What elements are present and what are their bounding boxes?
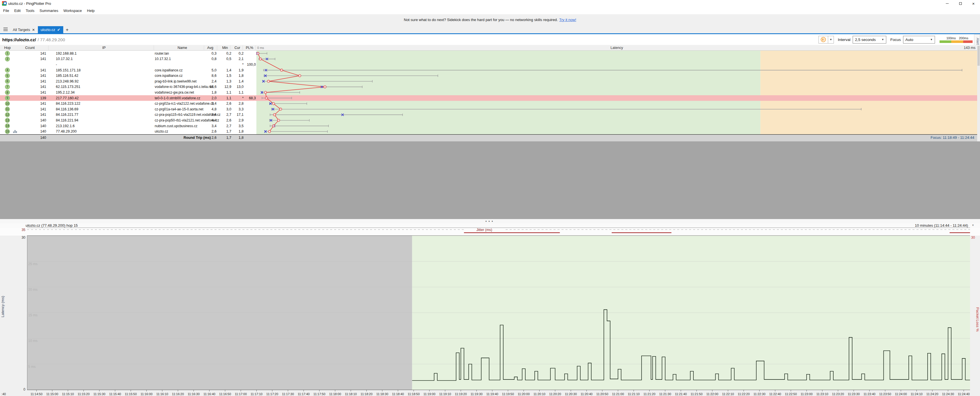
menu-edit[interactable]: Edit	[12, 7, 23, 14]
pause-menu-button[interactable]: ▼	[828, 36, 834, 44]
time-tick-label: 11:20:10	[533, 392, 545, 396]
time-tick-label: 11:18:20	[361, 392, 372, 396]
avg-latency-marker	[273, 114, 275, 116]
pause-button[interactable]	[818, 36, 828, 44]
menu-tools[interactable]: Tools	[23, 7, 37, 14]
cell-count: 141	[40, 90, 46, 95]
latency-scale-max: 143 ms	[964, 46, 975, 50]
pane-splitter[interactable]: ●●●	[0, 219, 980, 223]
table-row[interactable]: 1114184.116.136.69cz-prg01a-ra4-ae-15-0.…	[5, 107, 243, 111]
avg-latency-marker	[264, 91, 267, 93]
focus-select[interactable]: Auto▼	[903, 36, 935, 44]
round-trip-label: Round Trip (ms)	[183, 136, 211, 140]
table-row[interactable]: 1514077.48.29.200ulozto.cz2,61,71,8	[5, 129, 243, 134]
close-tab-icon[interactable]: ✕	[32, 28, 35, 32]
maximize-button[interactable]	[954, 0, 967, 7]
cell-ip: 217.77.160.42	[56, 96, 79, 100]
table-row[interactable]: 714162.115.173.251vodafone-ic-367436-pra…	[5, 84, 243, 89]
column-header-name[interactable]: Name	[178, 46, 187, 50]
time-tick-label: 11:24:20	[926, 392, 939, 396]
latency-axis-label: Latency (ms)	[0, 296, 6, 317]
cell-min: 1,3	[226, 79, 231, 83]
target-ip: / 77.48.29.200	[38, 37, 65, 42]
y2-axis-max-label: 30	[971, 236, 975, 239]
table-row[interactable]: 1141192.168.88.1router.lan0,30,20,2	[5, 51, 243, 56]
timeline-header: ulozto.cz (77.48.29.200) hop 15 10 minut…	[0, 223, 980, 228]
column-header-pl%[interactable]: PL%	[246, 46, 253, 50]
time-tick-label: 11:16:40	[204, 392, 215, 396]
chevron-down-icon[interactable]: ▾	[972, 223, 974, 227]
column-header-min[interactable]: Min	[222, 46, 228, 50]
close-button[interactable]: ×	[967, 0, 980, 7]
hop-number: 7	[6, 85, 8, 89]
timeline-title: ulozto.cz (77.48.29.200) hop 15	[25, 223, 78, 228]
cell-count: 140	[40, 124, 46, 128]
time-tick-label: 11:15:50	[125, 392, 137, 396]
column-header-ip[interactable]: IP	[102, 46, 106, 50]
timeline-range-label[interactable]: 10 minutes (11:14:44 - 11:24:44)	[915, 223, 968, 228]
cell-ip: 10.17.32.1	[56, 57, 73, 61]
cell-count: 139	[40, 96, 46, 100]
cell-name: te0-0-1-0.strnb00.vodafone.cz	[155, 96, 200, 100]
table-row[interactable]: 1314084.116.221.94cz-pra-pop50-rb1-vla21…	[5, 118, 243, 123]
cell-ip: 77.48.29.200	[56, 130, 76, 133]
cell-ip: 213.192.1.6	[56, 124, 75, 128]
table-row[interactable]: 4141185.151.171.18core.ispalliance.cz5,0…	[5, 68, 243, 73]
table-row[interactable]: 6141213.248.96.92prag-b3-link.ip.twelve9…	[5, 79, 243, 84]
avg-latency-marker	[257, 52, 259, 55]
round-trip-cur: 1,8	[239, 136, 243, 140]
time-tick-label: 11:22:50	[785, 392, 797, 396]
tab-all-targets[interactable]: All Targets ✕	[10, 26, 38, 33]
hop-number: 4	[6, 68, 8, 72]
scrollbar-thumb[interactable]	[977, 46, 980, 66]
splitter-handle-dots[interactable]: ●●●	[485, 220, 495, 222]
menu-file[interactable]: File	[0, 7, 12, 14]
cell-min: 1,4	[226, 68, 231, 72]
cell-count: 141	[40, 57, 46, 61]
new-tab-button[interactable]: +	[63, 27, 71, 33]
time-tick-label: 11:17:50	[313, 392, 325, 396]
tab-ulozto[interactable]: ulozto.cz ✔	[38, 26, 63, 33]
tab-list-menu-icon[interactable]	[3, 28, 8, 31]
time-tick-label: 11:15:40	[109, 392, 121, 396]
time-tick-label: 11:17:40	[298, 392, 310, 396]
latency-zone-normal	[256, 51, 760, 134]
cell-count: 141	[40, 74, 46, 78]
cell-avg: 3,6	[212, 112, 216, 117]
menu-summaries[interactable]: Summaries	[37, 7, 61, 14]
timeline-graph-svg[interactable]: Jitter (ms)355 ms10 ms15 ms20 ms25 ms300…	[0, 228, 980, 396]
latency-scale-min: 0 ms	[257, 46, 264, 49]
gridline-label: 10 ms	[28, 339, 38, 343]
time-tick-label: 11:15:00	[46, 392, 58, 396]
cell-avg: 4,4	[212, 118, 216, 122]
time-tick-label: 11:23:40	[864, 392, 875, 396]
avg-latency-marker	[324, 86, 326, 88]
cell-cur: *	[242, 63, 243, 67]
pause-icon	[821, 37, 826, 42]
table-row[interactable]: -*100,0	[56, 63, 256, 67]
interval-select[interactable]: 2,5 seconds▼	[853, 36, 886, 44]
minimize-button[interactable]	[941, 0, 954, 7]
table-row[interactable]: 14140213.192.1.6nubium.cust.upcbusiness.…	[5, 124, 243, 128]
trace-scrollbar[interactable]	[977, 45, 980, 141]
table-row[interactable]: 5141185.116.51.42core.ispalliance.cz8,61…	[5, 73, 243, 78]
table-row[interactable]: 214110.17.32.110.17.32.10,80,52,1	[5, 57, 243, 61]
menu-workspace[interactable]: Workspace	[61, 7, 84, 14]
cell-min: 1,1	[226, 90, 231, 95]
cell-name: cz-pra-pop50-rb1-vla2121.net.vodafone.cz	[155, 118, 219, 122]
time-tick-label: 11:23:50	[879, 392, 891, 396]
time-tick-label: 11:19:30	[471, 392, 483, 396]
column-header-cur[interactable]: Cur	[234, 46, 240, 50]
table-row[interactable]: 8141195.2.12.34vodafonecz-gw.pra.cw.net1…	[5, 90, 243, 95]
menu-help[interactable]: Help	[84, 7, 97, 14]
column-header-count[interactable]: Count	[25, 46, 35, 50]
cell-loss-pct: 100,0	[247, 63, 256, 67]
cell-name: prag-b3-link.ip.twelve99.net	[155, 79, 197, 83]
try-it-now-link[interactable]: Try it now!	[559, 17, 576, 22]
column-header-hop[interactable]: Hop	[4, 46, 11, 50]
cell-ip: 84.116.221.94	[56, 118, 78, 122]
time-tick-label: 11:20:50	[596, 392, 608, 396]
table-row[interactable]: 1014184.116.223.122cz-prg02a-rc1-vla2122…	[5, 101, 243, 106]
table-row[interactable]: 1214184.116.221.77cz-pra-pop115-rb1-vla2…	[5, 112, 243, 117]
column-header-avg[interactable]: Avg	[207, 46, 213, 50]
